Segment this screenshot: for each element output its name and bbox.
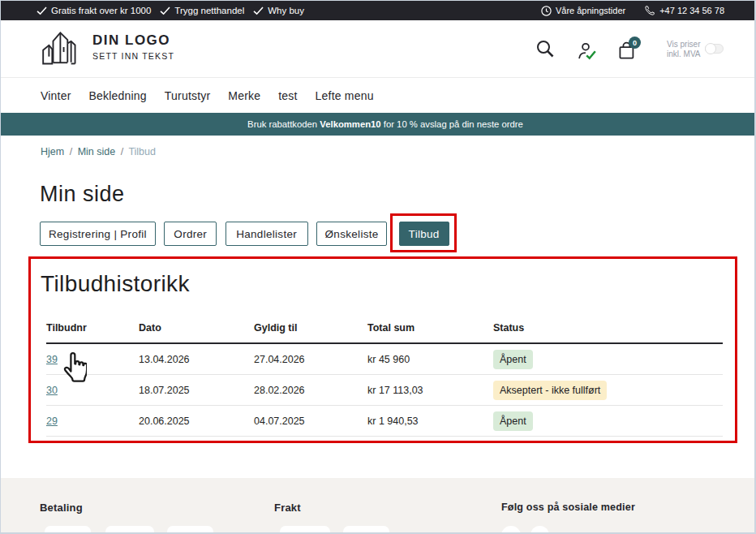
logo-buildings-icon bbox=[36, 24, 79, 67]
offer-number-link[interactable]: 30 bbox=[46, 385, 58, 396]
topbar-usp-list: Gratis frakt over kr 1000 Trygg netthand… bbox=[37, 6, 304, 15]
vat-toggle-knob bbox=[705, 43, 716, 54]
offer-number-link[interactable]: 39 bbox=[46, 354, 58, 365]
shipping-logo-placeholder bbox=[280, 526, 330, 534]
footer-payment-column: Betaling bbox=[40, 478, 83, 514]
topbar-usp-label: Trygg netthandel bbox=[174, 6, 244, 15]
nav-item[interactable]: test bbox=[278, 89, 297, 102]
breadcrumb-min-side[interactable]: Min side bbox=[78, 146, 116, 157]
opening-hours-link[interactable]: Våre åpningstider bbox=[541, 6, 625, 16]
user-check-icon bbox=[577, 41, 597, 61]
nav-item[interactable]: Merke bbox=[228, 89, 260, 102]
phone-link[interactable]: +47 12 34 56 78 bbox=[644, 5, 724, 16]
col-header-status: Status bbox=[493, 322, 723, 334]
col-header-dato: Dato bbox=[139, 322, 254, 334]
nav-item[interactable]: Bekledning bbox=[89, 89, 147, 102]
account-tab[interactable]: Handlelister bbox=[226, 222, 308, 246]
page: Gratis frakt over kr 1000 Trygg netthand… bbox=[0, 0, 756, 534]
nav-item[interactable]: Turutstyr bbox=[165, 89, 211, 102]
footer-shipping-logos bbox=[280, 526, 389, 534]
search-button[interactable] bbox=[535, 39, 555, 62]
nav-item[interactable]: Lefte menu bbox=[316, 89, 374, 102]
main-nav: Vinter Bekledning Turutstyr Merke test L… bbox=[1, 78, 754, 113]
offer-valid-until: 28.02.2026 bbox=[254, 385, 367, 396]
offer-date: 20.06.2025 bbox=[139, 416, 254, 427]
nav-item[interactable]: Vinter bbox=[41, 89, 71, 102]
check-icon bbox=[253, 6, 264, 15]
account-tab[interactable]: Tilbud bbox=[399, 222, 449, 246]
offer-status-badge: Åpent bbox=[493, 411, 533, 431]
offers-table-body: 39 13.04.2026 27.04.2026 kr 45 960 Åpent… bbox=[46, 344, 723, 437]
breadcrumb-separator: / bbox=[121, 146, 123, 157]
breadcrumb: Hjem / Min side / Tilbud bbox=[41, 146, 156, 157]
shipping-logo-placeholder bbox=[343, 526, 389, 534]
topbar-usp-label: Why buy bbox=[268, 6, 304, 15]
logo-title: DIN LOGO bbox=[92, 32, 174, 49]
topbar-right: Våre åpningstider +47 12 34 56 78 bbox=[541, 5, 724, 16]
offer-total: kr 17 113,03 bbox=[367, 385, 493, 396]
footer-shipping-title: Frakt bbox=[274, 502, 301, 514]
vat-toggle[interactable] bbox=[705, 44, 724, 54]
offers-table-header: Tilbudnr Dato Gyldig til Total sum Statu… bbox=[46, 313, 723, 344]
promo-text: Bruk rabattkoden Velkommen10 for 10 % av… bbox=[247, 119, 523, 129]
offer-total: kr 1 940,53 bbox=[367, 416, 493, 427]
social-icon-placeholder[interactable] bbox=[530, 526, 550, 534]
offer-row: 39 13.04.2026 27.04.2026 kr 45 960 Åpent bbox=[46, 344, 723, 375]
footer: Betaling Frakt Følg oss på sosiale medie… bbox=[1, 478, 754, 533]
promo-banner: Bruk rabattkoden Velkommen10 for 10 % av… bbox=[1, 113, 754, 136]
topbar-usp-label: Gratis frakt over kr 1000 bbox=[51, 6, 151, 15]
offer-date: 13.04.2026 bbox=[139, 354, 254, 365]
cart-count-badge: 0 bbox=[629, 37, 641, 49]
vat-toggle-label: Vis priser inkl. MVA bbox=[667, 40, 701, 59]
payment-logo-placeholder bbox=[105, 526, 154, 534]
offer-date: 18.07.2025 bbox=[139, 385, 254, 396]
offer-row: 29 20.06.2025 04.07.2025 kr 1 940,53 Åpe… bbox=[46, 406, 723, 437]
payment-logo-placeholder bbox=[167, 526, 213, 534]
account-tab[interactable]: Ønskeliste bbox=[316, 222, 387, 246]
offer-total: kr 45 960 bbox=[367, 354, 493, 365]
breadcrumb-home[interactable]: Hjem bbox=[41, 146, 64, 157]
topbar-usp-item[interactable]: Why buy bbox=[253, 6, 304, 15]
cart-button[interactable]: 0 bbox=[618, 41, 635, 62]
breadcrumb-separator: / bbox=[70, 146, 72, 157]
phone-icon bbox=[644, 5, 655, 16]
logo-text: DIN LOGO SETT INN TEKST bbox=[92, 32, 174, 61]
footer-social-title: Følg oss på sosiale medier bbox=[501, 502, 635, 513]
clock-icon bbox=[541, 6, 552, 16]
offers-table: Tilbudnr Dato Gyldig til Total sum Statu… bbox=[46, 313, 723, 437]
account-tabs: Registrering | Profil Ordrer Handleliste… bbox=[40, 222, 449, 246]
logo[interactable]: DIN LOGO SETT INN TEKST bbox=[36, 24, 174, 67]
account-tab[interactable]: Ordrer bbox=[164, 222, 217, 246]
footer-payment-logos bbox=[45, 526, 213, 534]
col-header-tilbudnr: Tilbudnr bbox=[46, 322, 139, 334]
footer-payment-title: Betaling bbox=[40, 502, 83, 514]
offer-status-badge: Akseptert - ikke fullført bbox=[493, 381, 607, 400]
account-button[interactable] bbox=[577, 41, 597, 64]
offers-section-title: Tilbudhistorikk bbox=[41, 271, 190, 297]
offer-valid-until: 04.07.2025 bbox=[254, 416, 367, 427]
topbar: Gratis frakt over kr 1000 Trygg netthand… bbox=[1, 1, 754, 20]
col-header-gyldig-til: Gyldig til bbox=[254, 322, 367, 334]
search-icon bbox=[535, 39, 555, 58]
check-icon bbox=[37, 6, 47, 15]
breadcrumb-current: Tilbud bbox=[128, 146, 156, 157]
header: DIN LOGO SETT INN TEKST 0 Vis priser ink… bbox=[1, 20, 754, 78]
col-header-total-sum: Total sum bbox=[367, 322, 493, 334]
footer-social-icons bbox=[501, 526, 549, 534]
logo-subtitle: SETT INN TEKST bbox=[92, 51, 174, 61]
offer-valid-until: 27.04.2026 bbox=[254, 354, 367, 365]
footer-social-column: Følg oss på sosiale medier bbox=[501, 478, 635, 513]
social-icon-placeholder[interactable] bbox=[501, 526, 521, 534]
phone-label: +47 12 34 56 78 bbox=[659, 6, 724, 15]
content: Hjem / Min side / Tilbud Min side Regist… bbox=[1, 136, 754, 478]
topbar-usp-item[interactable]: Gratis frakt over kr 1000 bbox=[37, 6, 151, 15]
account-tab[interactable]: Registrering | Profil bbox=[40, 222, 156, 246]
page-title: Min side bbox=[40, 182, 125, 207]
footer-shipping-column: Frakt bbox=[274, 478, 301, 514]
offer-number-link[interactable]: 29 bbox=[46, 416, 58, 427]
offer-status-badge: Åpent bbox=[493, 350, 533, 369]
check-icon bbox=[160, 6, 170, 15]
payment-logo-placeholder bbox=[45, 526, 91, 534]
opening-hours-label: Våre åpningstider bbox=[556, 6, 625, 15]
topbar-usp-item[interactable]: Trygg netthandel bbox=[160, 6, 244, 15]
